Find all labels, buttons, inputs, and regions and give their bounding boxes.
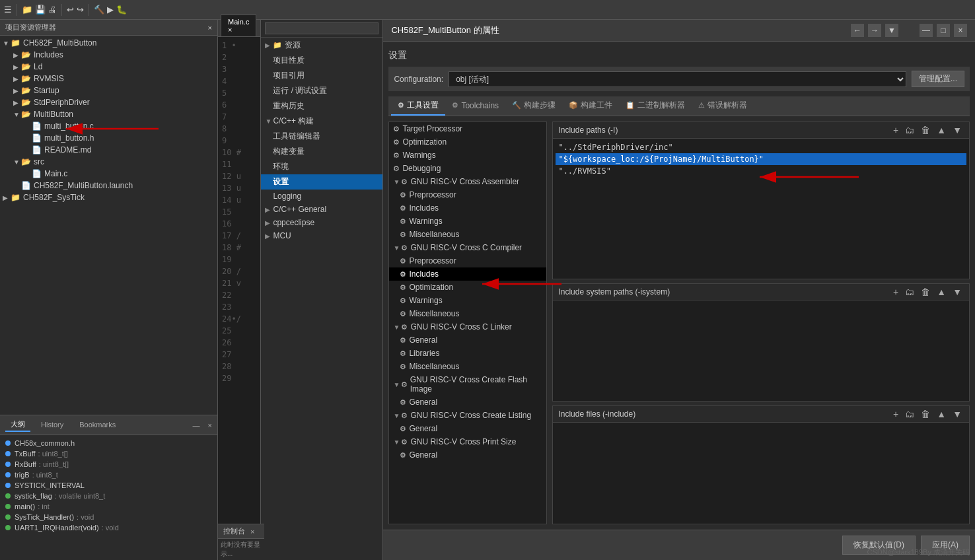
outline-panel-close[interactable]: × <box>208 421 212 429</box>
nav-logging[interactable]: Logging <box>261 190 382 203</box>
tab-toolchains[interactable]: ⚙ Toolchains <box>445 98 505 115</box>
tree-item-launch[interactable]: 📄 CH582F_MultiButton.launch <box>0 180 217 192</box>
sti-flash-general[interactable]: ⚙ General <box>389 396 546 409</box>
dialog-close-button[interactable]: × <box>954 24 967 37</box>
sys-add-button[interactable]: + <box>891 287 900 297</box>
tab-outline[interactable]: 大纲 <box>5 418 30 432</box>
tree-item-systick[interactable]: ▶ 📁 CH582F_SysTick <box>0 192 217 203</box>
dialog-maximize-button[interactable]: □ <box>937 24 950 37</box>
config-select[interactable]: obj [活动] <box>449 71 906 87</box>
nav-run-debug[interactable]: 运行 / 调试设置 <box>261 83 382 98</box>
toolbar-icon-1[interactable]: ☰ <box>4 5 12 15</box>
tree-item-main-c[interactable]: 📄 Main.c <box>0 168 217 180</box>
files-add-ws-button[interactable]: 🗂 <box>903 409 916 419</box>
tab-error-parser[interactable]: ⚠ 错误解析器 <box>692 96 754 116</box>
sti-cc-warnings[interactable]: ⚙ Warnings <box>389 294 546 307</box>
files-add-button[interactable]: + <box>891 409 900 419</box>
properties-search[interactable] <box>265 22 379 34</box>
sti-c-compiler[interactable]: ▼ ⚙ GNU RISC-V Cross C Compiler <box>389 241 546 254</box>
sti-asm-warnings[interactable]: ⚙ Warnings <box>389 215 546 228</box>
toolbar-icon-4[interactable]: 🖨 <box>48 5 57 15</box>
sti-linker-general[interactable]: ⚙ General <box>389 333 546 347</box>
console-close-icon[interactable]: × <box>250 528 254 536</box>
outline-item-3[interactable]: trigB : uint8_t <box>0 470 217 480</box>
include-delete-button[interactable]: 🗑 <box>919 125 932 135</box>
project-panel-close[interactable]: × <box>208 24 212 32</box>
sti-print-size[interactable]: ▼ ⚙ GNU RISC-V Cross Print Size <box>389 435 546 448</box>
outline-item-8[interactable]: UART1_IRQHandler(void) : void <box>0 522 217 533</box>
tree-item-rvmsis[interactable]: ▶ 📂 RVMSIS <box>0 73 217 85</box>
tree-item-ld[interactable]: ▶ 📂 Ld <box>0 61 217 73</box>
sti-flash[interactable]: ▼ ⚙ GNU RISC-V Cross Create Flash Image <box>389 373 546 396</box>
nav-environment[interactable]: 环境 <box>261 159 382 174</box>
outline-panel-minimize[interactable]: — <box>193 421 200 429</box>
outline-item-1[interactable]: TxBuff : uint8_t[] <box>0 448 217 459</box>
sti-linker[interactable]: ▼ ⚙ GNU RISC-V Cross C Linker <box>389 320 546 333</box>
toolbar-icon-2[interactable]: 📁 <box>22 5 32 15</box>
tab-tool-settings[interactable]: ⚙ 工具设置 <box>391 96 445 116</box>
sti-asm-preprocessor[interactable]: ⚙ Preprocessor <box>389 188 546 201</box>
nav-project-props[interactable]: 项目性质 <box>261 53 382 68</box>
outline-item-5[interactable]: systick_flag : volatile uint8_t <box>0 491 217 501</box>
files-delete-button[interactable]: 🗑 <box>919 409 932 419</box>
sti-cc-optimization[interactable]: ⚙ Optimization <box>389 281 546 294</box>
sti-optimization[interactable]: ⚙ Optimization <box>389 135 546 149</box>
sti-linker-misc[interactable]: ⚙ Miscellaneous <box>389 360 546 373</box>
sti-listing[interactable]: ▼ ⚙ GNU RISC-V Cross Create Listing <box>389 409 546 422</box>
nav-build-vars[interactable]: 构建变量 <box>261 144 382 159</box>
tree-item-multibutton[interactable]: ▼ 📂 MultiButton <box>0 108 217 120</box>
sti-debugging[interactable]: ⚙ Debugging <box>389 162 546 175</box>
editor-tab-main-c[interactable]: Main.c × <box>221 15 256 36</box>
sti-linker-libraries[interactable]: ⚙ Libraries <box>389 347 546 360</box>
nav-forward-button[interactable]: → <box>868 24 881 37</box>
sti-cc-preprocessor[interactable]: ⚙ Preprocessor <box>389 254 546 267</box>
toolbar-icon-9[interactable]: 🐛 <box>116 5 127 15</box>
outline-item-0[interactable]: CH58x_common.h <box>0 438 217 448</box>
files-down-button[interactable]: ▼ <box>951 409 964 419</box>
tab-build-steps[interactable]: 🔨 构建步骤 <box>505 96 562 116</box>
toolbar-icon-7[interactable]: 🔨 <box>94 5 104 15</box>
nav-cpp-general[interactable]: ▶ C/C++ General <box>261 203 382 216</box>
outline-item-4[interactable]: SYSTICK_INTERVAL <box>0 480 217 491</box>
tab-history[interactable]: History <box>36 419 69 431</box>
sti-cc-misc[interactable]: ⚙ Miscellaneous <box>389 307 546 320</box>
sti-print-general[interactable]: ⚙ General <box>389 448 546 462</box>
sti-assembler[interactable]: ▼ ⚙ GNU RISC-V Cross Assembler <box>389 175 546 188</box>
nav-dropdown-button[interactable]: ▼ <box>885 24 898 37</box>
nav-cpp-build[interactable]: ▼ C/C++ 构建 <box>261 114 382 129</box>
toolbar-icon-5[interactable]: ↩ <box>67 5 74 15</box>
dialog-minimize-button[interactable]: — <box>920 24 933 37</box>
nav-refactor[interactable]: 重构历史 <box>261 98 382 114</box>
nav-toolchain-editor[interactable]: 工具链编辑器 <box>261 129 382 144</box>
tree-item-multi-c[interactable]: 📄 multi_button.c <box>0 120 217 132</box>
nav-back-button[interactable]: ← <box>851 24 864 37</box>
files-up-button[interactable]: ▲ <box>935 409 948 419</box>
include-move-down-button[interactable]: ▼ <box>951 125 964 135</box>
toolbar-icon-3[interactable]: 💾 <box>35 5 46 15</box>
nav-settings[interactable]: 设置 <box>261 174 382 190</box>
tab-bookmarks[interactable]: Bookmarks <box>74 419 121 431</box>
sys-up-button[interactable]: ▲ <box>935 287 948 297</box>
tree-item-src[interactable]: ▼ 📂 src <box>0 156 217 168</box>
sys-add-ws-button[interactable]: 🗂 <box>903 287 916 297</box>
manage-config-button[interactable]: 管理配置... <box>912 71 964 87</box>
nav-resources[interactable]: ▶ 📁 资源 <box>261 38 382 53</box>
include-add-button[interactable]: + <box>891 125 900 135</box>
tree-item-includes[interactable]: ▶ 📂 Includes <box>0 49 217 61</box>
include-entry-0[interactable]: "../StdPeriphDriver/inc" <box>556 141 966 153</box>
toolbar-icon-6[interactable]: ↪ <box>77 5 84 15</box>
sti-warnings[interactable]: ⚙ Warnings <box>389 149 546 162</box>
tab-build-artifact[interactable]: 📦 构建工件 <box>562 96 619 116</box>
toolbar-icon-8[interactable]: ▶ <box>107 5 114 15</box>
outline-item-7[interactable]: SysTick_Handler() : void <box>0 512 217 522</box>
outline-item-6[interactable]: main() : int <box>0 501 217 512</box>
outline-item-2[interactable]: RxBuff : uint8_t[] <box>0 459 217 470</box>
sti-asm-includes[interactable]: ⚙ Includes <box>389 201 546 215</box>
include-move-up-button[interactable]: ▲ <box>935 125 948 135</box>
tree-item-ch582f[interactable]: ▼ 📁 CH582F_MultiButton <box>0 37 217 49</box>
sys-down-button[interactable]: ▼ <box>951 287 964 297</box>
tree-item-stdperiph[interactable]: ▶ 📂 StdPeriphDriver <box>0 96 217 108</box>
tree-item-multi-h[interactable]: 📄 multi_button.h <box>0 132 217 144</box>
tree-item-readme[interactable]: 📄 README.md <box>0 144 217 156</box>
nav-cppceclipse[interactable]: ▶ cppceclipse <box>261 216 382 229</box>
